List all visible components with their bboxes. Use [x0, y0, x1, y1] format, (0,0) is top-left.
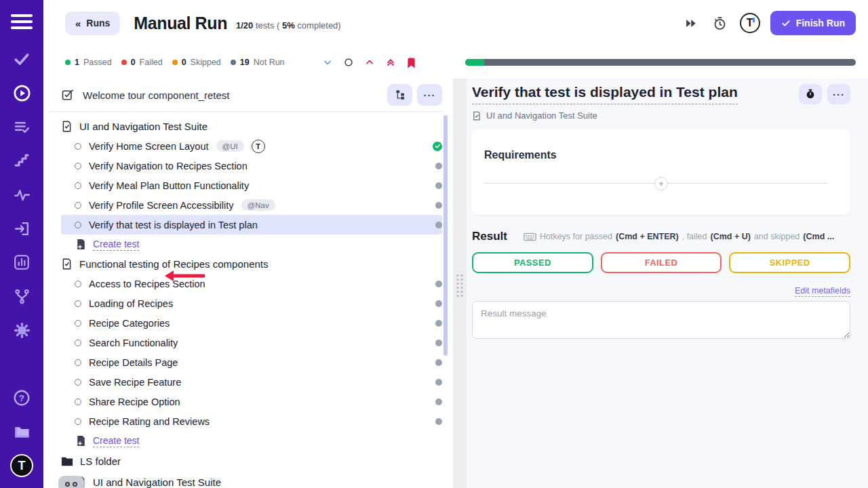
legend-failed: 0Failed	[121, 58, 163, 67]
create-test-link[interactable]: Create test	[93, 239, 139, 251]
panel-splitter[interactable]	[453, 79, 467, 488]
detail-more-button[interactable]: ···	[827, 84, 850, 104]
test-row[interactable]: Access to Recipes Section	[61, 274, 442, 293]
sidebar-item-files[interactable]	[5, 415, 39, 449]
suite-label: UI and Navigation Test Suite	[93, 476, 221, 488]
hierarchy-icon	[395, 89, 406, 100]
progress-fill	[465, 59, 485, 66]
status-not-run-icon	[435, 359, 442, 366]
skip-forward-icon[interactable]	[682, 14, 701, 33]
result-message-input[interactable]	[472, 301, 850, 339]
test-row[interactable]: Recipe Rating and Reviews	[61, 411, 442, 431]
suite-label: Functional testing of Recipes components	[79, 258, 269, 270]
suite-doc-icon	[61, 258, 73, 270]
test-row[interactable]: Share Recipe Option	[61, 392, 442, 411]
play-circle-icon	[13, 84, 31, 102]
tag-badge[interactable]: @UI	[216, 140, 244, 152]
priority-low-icon[interactable]	[321, 56, 334, 68]
stopwatch-icon	[805, 89, 816, 100]
sidebar-item-help[interactable]: ?	[5, 381, 39, 415]
test-tree-panel: Welcome tour component_retest ··· UI and…	[43, 79, 453, 488]
timer-icon[interactable]	[711, 14, 730, 33]
test-row[interactable]: Recipe Details Page	[61, 352, 442, 372]
file-plus-icon	[76, 435, 86, 447]
test-circle-icon	[75, 379, 81, 386]
create-test-row[interactable]: Create test	[61, 235, 442, 254]
status-not-run-icon	[435, 418, 442, 425]
folder-icon	[13, 423, 31, 441]
tree-view-button[interactable]	[387, 84, 412, 106]
priority-critical-icon[interactable]	[384, 56, 397, 68]
sidebar-item-import[interactable]	[5, 211, 39, 245]
status-not-run-icon	[435, 300, 442, 307]
test-circle-icon	[75, 320, 81, 327]
test-circle-icon	[75, 418, 81, 425]
test-row[interactable]: Verify Navigation to Recipes Section	[61, 156, 442, 176]
test-label: Verify Meal Plan Button Functionality	[89, 180, 249, 191]
test-row[interactable]: Verify Profile Screen Accessibility @Nav	[61, 195, 442, 215]
pulse-icon	[14, 186, 31, 203]
sidebar-item-test-plans[interactable]	[5, 110, 39, 144]
sign-in-icon	[14, 220, 31, 237]
priority-normal-icon[interactable]	[342, 56, 355, 68]
sidebar-item-activity[interactable]	[5, 178, 39, 211]
finish-run-button[interactable]: Finish Run	[770, 11, 856, 35]
edit-metafields-link[interactable]: Edit metafields	[795, 286, 850, 297]
test-label: Save Recipe Feature	[89, 377, 181, 388]
test-label: Verify Profile Screen Accessibility	[89, 200, 234, 211]
passed-button[interactable]: PASSED	[472, 252, 593, 273]
status-not-run-icon	[435, 379, 442, 386]
test-title[interactable]: Verify that test is displayed in Test pl…	[472, 84, 738, 104]
not-run-dot-icon	[231, 60, 236, 65]
back-to-runs-button[interactable]: « Runs	[65, 12, 120, 35]
steps-icon	[14, 152, 30, 169]
test-row[interactable]: Verify Meal Plan Button Functionality	[61, 176, 442, 195]
create-test-row[interactable]: Create test	[61, 431, 442, 451]
annotation-arrow-icon	[164, 270, 206, 282]
suite-row[interactable]: UI and Navigation Test Suite	[61, 117, 442, 136]
partial-widget-icon[interactable]	[58, 476, 84, 488]
failed-button[interactable]: FAILED	[601, 252, 722, 273]
test-circle-icon	[75, 340, 81, 346]
timer-button[interactable]	[799, 84, 822, 104]
sidebar-item-settings[interactable]	[5, 313, 39, 347]
expand-requirements-button[interactable]: ▼	[654, 177, 668, 190]
svg-text:?: ?	[19, 393, 24, 403]
suite-row[interactable]: UI and Navigation Test Suite	[61, 472, 442, 488]
suite-row[interactable]: Functional testing of Recipes components	[61, 254, 442, 274]
test-label: Recipe Details Page	[89, 357, 178, 368]
suite-doc-icon	[61, 121, 73, 132]
tree-scrollbar[interactable]	[443, 115, 448, 356]
check-icon	[781, 18, 791, 28]
test-row-selected[interactable]: Verify that test is displayed in Test pl…	[61, 215, 442, 235]
skipped-button[interactable]: SKIPPED	[729, 252, 850, 273]
sidebar-item-runs[interactable]	[5, 76, 39, 110]
test-label: Search Functionality	[89, 338, 178, 348]
test-label: Verify that test is displayed in Test pl…	[89, 220, 258, 230]
sidebar-brand-logo[interactable]: T	[5, 449, 39, 483]
test-row[interactable]: Verify Home Screen Layout @UI T	[61, 136, 442, 156]
sidebar-item-branches[interactable]	[5, 279, 39, 313]
test-row[interactable]: Loading of Recipes	[61, 293, 442, 313]
create-test-link[interactable]: Create test	[93, 435, 139, 447]
tree-more-button[interactable]: ···	[417, 84, 442, 106]
test-label: Loading of Recipes	[89, 298, 173, 309]
folder-row[interactable]: LS folder	[61, 451, 442, 472]
tag-badge[interactable]: @Nav	[241, 199, 275, 211]
priority-high-icon[interactable]	[363, 56, 376, 68]
run-name: Welcome tour component_retest	[83, 89, 230, 101]
sidebar-item-checks[interactable]	[5, 42, 39, 76]
menu-icon[interactable]	[11, 11, 33, 33]
test-row[interactable]: Save Recipe Feature	[61, 372, 442, 392]
check-icon	[13, 50, 31, 68]
test-circle-icon	[75, 300, 81, 307]
test-circle-icon	[75, 163, 81, 169]
org-logo-badge[interactable]: T	[740, 13, 760, 33]
test-row[interactable]: Search Functionality	[61, 333, 442, 352]
priority-blocker-icon[interactable]	[406, 56, 418, 68]
sidebar-item-milestones[interactable]	[5, 144, 39, 178]
sidebar-item-analytics[interactable]	[5, 245, 39, 279]
top-header: « Runs Manual Run 1/20 tests ( 5% comple…	[43, 0, 868, 46]
test-row[interactable]: Recipe Categories	[61, 313, 442, 333]
breadcrumb[interactable]: UI and Navigation Test Suite	[472, 110, 850, 121]
